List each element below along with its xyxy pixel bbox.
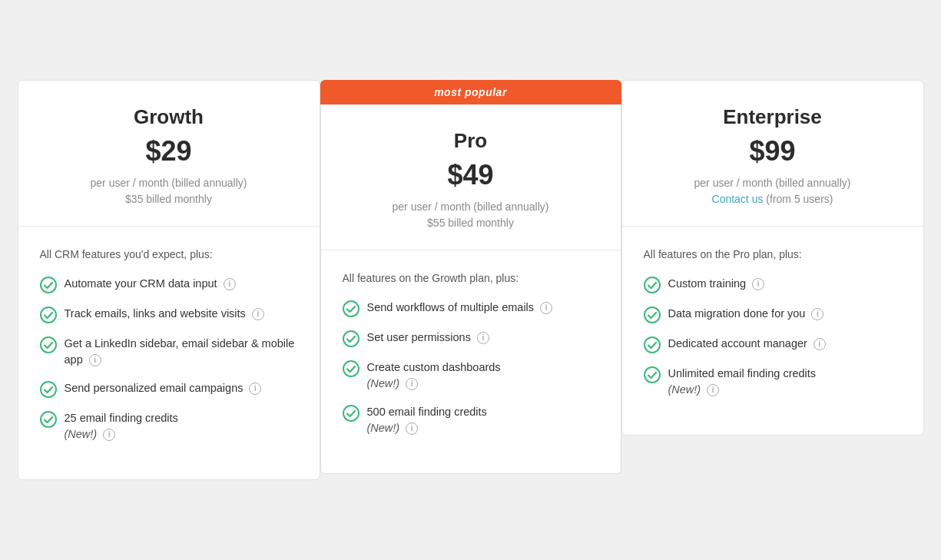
enterprise-features-intro: All features on the Pro plan, plus: (644, 248, 902, 260)
svg-point-3 (41, 382, 56, 397)
feature-text: Create custom dashboards (New!) i (367, 360, 501, 392)
pro-features-intro: All features on the Growth plan, plus: (343, 272, 599, 284)
svg-point-12 (644, 367, 660, 383)
feature-text: 500 email finding credits (New!) i (367, 404, 487, 436)
pro-featured-wrapper: most popular Pro $49 per user / month (b… (320, 80, 621, 474)
pro-plan-name: Pro (340, 129, 602, 153)
list-item: 25 email finding credits (New!) i (40, 410, 298, 442)
list-item: Dedicated account manager i (644, 336, 902, 353)
feature-text: Dedicated account manager i (668, 336, 826, 352)
svg-point-5 (343, 301, 359, 316)
svg-point-6 (343, 331, 359, 346)
svg-point-0 (41, 277, 56, 293)
pro-header: Pro $49 per user / month (billed annuall… (321, 104, 621, 250)
list-item: Create custom dashboards (New!) i (343, 360, 599, 392)
svg-point-9 (644, 277, 660, 293)
growth-card: Growth $29 per user / month (billed annu… (18, 80, 320, 480)
svg-point-4 (41, 412, 56, 427)
check-icon (40, 336, 57, 353)
info-icon[interactable]: i (752, 278, 764, 290)
growth-feature-list: Automate your CRM data input i Track ema… (40, 276, 298, 442)
enterprise-plan-name: Enterprise (641, 105, 905, 129)
pricing-container: Growth $29 per user / month (billed annu… (18, 80, 924, 480)
feature-text: Unlimited email finding credits (New!) i (668, 366, 817, 398)
check-icon (343, 360, 360, 377)
new-badge: (New!) (367, 377, 400, 389)
info-icon[interactable]: i (811, 308, 823, 320)
enterprise-plan-price: $99 (641, 135, 905, 167)
svg-point-11 (644, 337, 660, 353)
list-item: Data migration done for you i (644, 306, 902, 323)
list-item: Unlimited email finding credits (New!) i (644, 366, 902, 398)
list-item: 500 email finding credits (New!) i (343, 404, 599, 436)
info-icon[interactable]: i (813, 338, 826, 350)
info-icon[interactable]: i (540, 302, 552, 314)
growth-plan-name: Growth (37, 105, 301, 129)
check-icon (40, 277, 57, 293)
pro-card-body: All features on the Growth plan, plus: S… (321, 250, 621, 473)
list-item: Send workflows of multiple emails i (343, 300, 599, 317)
feature-text: Send workflows of multiple emails i (367, 300, 553, 316)
enterprise-card: Enterprise $99 per user / month (billed … (621, 80, 924, 436)
info-icon[interactable]: i (224, 278, 236, 290)
info-icon[interactable]: i (252, 308, 264, 320)
check-icon (644, 336, 661, 353)
info-icon[interactable]: i (406, 422, 418, 435)
feature-text: Get a LinkedIn sidebar, email sidebar & … (65, 336, 298, 368)
check-icon (40, 411, 57, 428)
list-item: Track emails, links and website visits i (40, 306, 298, 323)
enterprise-card-body: All features on the Pro plan, plus: Cust… (622, 227, 923, 435)
list-item: Send personalized email campaigns i (40, 380, 298, 398)
growth-plan-price: $29 (37, 135, 301, 167)
feature-text: Automate your CRM data input i (65, 276, 236, 292)
feature-text: Data migration done for you i (668, 306, 824, 322)
check-icon (343, 300, 360, 317)
info-icon[interactable]: i (249, 383, 261, 395)
feature-text: Track emails, links and website visits i (65, 306, 264, 322)
list-item: Custom training i (644, 276, 902, 293)
info-icon[interactable]: i (89, 354, 101, 366)
enterprise-feature-list: Custom training i Data migration done fo… (644, 276, 902, 398)
info-icon[interactable]: i (406, 378, 418, 390)
check-icon (40, 307, 57, 323)
info-icon[interactable]: i (103, 429, 115, 441)
growth-card-body: All CRM features you'd expect, plus: Aut… (18, 227, 320, 479)
enterprise-billing-info: per user / month (billed annually) Conta… (641, 175, 905, 207)
pro-plan-price: $49 (340, 159, 602, 191)
svg-point-7 (343, 361, 359, 376)
enterprise-header: Enterprise $99 per user / month (billed … (622, 81, 923, 227)
svg-point-8 (343, 406, 359, 421)
new-badge: (New!) (367, 422, 400, 434)
feature-text: 25 email finding credits (New!) i (65, 410, 178, 442)
svg-point-10 (644, 307, 660, 323)
new-badge: (New!) (668, 383, 701, 396)
pro-card: Pro $49 per user / month (billed annuall… (320, 104, 621, 474)
feature-text: Send personalized email campaigns i (65, 380, 262, 396)
svg-point-1 (41, 307, 56, 323)
list-item: Get a LinkedIn sidebar, email sidebar & … (40, 336, 298, 368)
list-item: Automate your CRM data input i (40, 276, 298, 293)
svg-point-2 (41, 337, 56, 353)
growth-features-intro: All CRM features you'd expect, plus: (40, 248, 298, 260)
check-icon (644, 307, 661, 323)
check-icon (40, 381, 57, 398)
contact-us-link[interactable]: Contact us (712, 193, 764, 205)
feature-text: Set user permissions i (367, 330, 489, 346)
list-item: Set user permissions i (343, 330, 599, 347)
check-icon (644, 277, 661, 293)
growth-header: Growth $29 per user / month (billed annu… (18, 81, 320, 227)
growth-billing-info: per user / month (billed annually) $35 b… (37, 175, 301, 207)
info-icon[interactable]: i (707, 384, 719, 396)
feature-text: Custom training i (668, 276, 765, 292)
check-icon (644, 366, 661, 383)
info-icon[interactable]: i (477, 332, 489, 344)
check-icon (343, 330, 360, 347)
pro-feature-list: Send workflows of multiple emails i Set … (343, 300, 599, 436)
new-badge: (New!) (65, 428, 98, 440)
most-popular-banner: most popular (320, 80, 621, 104)
pro-billing-info: per user / month (billed annually) $55 b… (340, 199, 602, 231)
check-icon (343, 405, 360, 422)
